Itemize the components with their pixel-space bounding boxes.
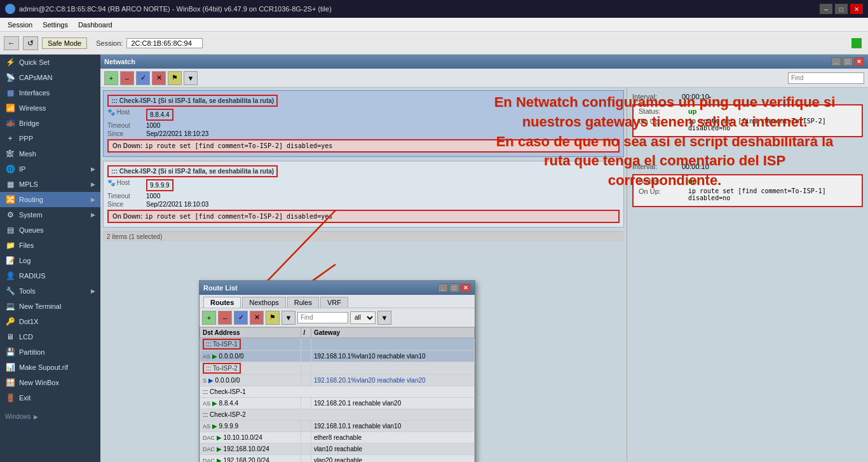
safe-mode-button[interactable]: Safe Mode (42, 37, 87, 49)
sidebar-item-routing[interactable]: 🔀 Routing ▶ (0, 192, 100, 207)
netwatch-close-button[interactable]: ✕ (854, 57, 864, 66)
tab-rules[interactable]: Rules (287, 297, 319, 308)
sidebar-item-radius[interactable]: 👤 RADIUS (0, 268, 100, 283)
sidebar-item-new-terminal[interactable]: 💻 New Terminal (0, 299, 100, 314)
route-close-button[interactable]: ✕ (461, 283, 471, 292)
close-button[interactable]: ✕ (850, 4, 863, 14)
sidebar-item-tools[interactable]: 🔧 Tools ▶ (0, 283, 100, 299)
table-row[interactable]: DAC ▶ 192.168.10.0/24 vlan10 reachable (200, 444, 475, 455)
isp1-ondown-label: On Down: (112, 142, 142, 149)
table-row[interactable]: DAC ▶ 192.168.20.0/24 vlan20 reachable (200, 455, 475, 463)
sidebar-item-system[interactable]: ⚙ System ▶ (0, 207, 100, 222)
sidebar-item-interfaces[interactable]: ▦ Interfaces (0, 85, 100, 100)
sidebar-item-make-supout[interactable]: 📊 Make Supout.rif (0, 360, 100, 375)
windows-section: Windows ▶ (0, 411, 100, 423)
sidebar-item-bridge[interactable]: 🌉 Bridge (0, 116, 100, 131)
route-dst: ::: Check-ISP-1 (200, 386, 475, 398)
route-sort (301, 362, 311, 375)
netwatch-flag-button[interactable]: ⚑ (168, 71, 182, 85)
sidebar-item-ppp[interactable]: + PPP (0, 131, 100, 146)
route-minimize-button[interactable]: _ (438, 283, 448, 292)
route-sort (301, 375, 311, 386)
menu-session[interactable]: Session (3, 20, 37, 30)
netwatch-filter-button[interactable]: ▼ (184, 71, 198, 85)
table-row[interactable]: ::: Check-ISP-1 (200, 386, 475, 398)
isp2-timeout-label: Timeout (107, 193, 142, 200)
route-table-scroll[interactable]: Dst Address / Gateway ::: To-ISP-1 (200, 327, 475, 462)
menu-dashboard[interactable]: Dashboard (73, 20, 118, 30)
route-find-input[interactable] (297, 312, 348, 323)
route-gateway: ether8 reachable (311, 432, 474, 444)
route-cross-button[interactable]: ✕ (250, 311, 264, 325)
annotation-overlay: En Netwatch configuramos un ping que ver… (474, 93, 855, 191)
sidebar-item-ip[interactable]: 🌐 IP ▶ (0, 161, 100, 177)
title-bar: admin@2C:C8:1B:65:8C:94 (RB ARCO NORTE) … (0, 0, 868, 18)
sidebar-item-wireless[interactable]: 📶 Wireless (0, 100, 100, 116)
windows-arrow: ▶ (34, 414, 38, 420)
sidebar-item-dot1x[interactable]: 🔑 Dot1X (0, 314, 100, 329)
tab-vrf[interactable]: VRF (320, 297, 348, 308)
route-title: Route List (203, 284, 437, 292)
netwatch-find-input[interactable] (788, 72, 864, 84)
sidebar-item-queues[interactable]: ▤ Queues (0, 222, 100, 238)
table-row[interactable]: ::: To-ISP-1 (200, 338, 475, 351)
route-filter-select[interactable]: all (350, 311, 376, 324)
sidebar-item-capsman[interactable]: 📡 CAPsMAN (0, 70, 100, 85)
back-button[interactable]: ← (4, 36, 19, 50)
sidebar-item-files[interactable]: 📁 Files (0, 238, 100, 253)
table-row[interactable]: AS ▶ 8.8.4.4 192.168.20.1 reachable vlan… (200, 398, 475, 409)
sidebar-item-log[interactable]: 📝 Log (0, 253, 100, 268)
table-row[interactable]: DAC ▶ 10.10.10.0/24 ether8 reachable (200, 432, 475, 444)
tab-routes[interactable]: Routes (203, 297, 241, 308)
route-remove-button[interactable]: – (218, 311, 232, 325)
route-gateway (311, 362, 474, 375)
route-gateway: vlan20 reachable (311, 455, 474, 463)
minimize-button[interactable]: – (820, 4, 832, 14)
sidebar-item-lcd[interactable]: 🖥 LCD (0, 329, 100, 344)
netwatch-check-button[interactable]: ✓ (136, 71, 150, 85)
sidebar-item-mesh[interactable]: 🕸 Mesh (0, 146, 100, 161)
mesh-icon: 🕸 (5, 149, 15, 159)
sidebar-item-exit[interactable]: 🚪 Exit (0, 390, 100, 405)
sidebar-item-quick-set[interactable]: ⚡ Quick Set (0, 55, 100, 70)
tab-nexthops[interactable]: Nexthops (242, 297, 285, 308)
menu-settings[interactable]: Settings (37, 20, 73, 30)
netwatch-add-button[interactable]: + (104, 71, 118, 85)
queues-icon: ▤ (5, 225, 15, 235)
mpls-icon: ▦ (5, 179, 15, 189)
route-dropdown-button[interactable]: ▼ (377, 311, 391, 325)
col-sort[interactable]: / (301, 328, 311, 338)
netwatch-remove-button[interactable]: – (120, 71, 134, 85)
route-dst: ::: To-ISP-2 (200, 362, 301, 375)
netwatch-cross-button[interactable]: ✕ (152, 71, 166, 85)
table-row[interactable]: AS ▶ 9.9.9.9 192.168.10.1 reachable vlan… (200, 421, 475, 432)
maximize-button[interactable]: □ (835, 4, 848, 14)
route-table: Dst Address / Gateway ::: To-ISP-1 (200, 327, 475, 462)
sidebar-item-mpls[interactable]: ▦ MPLS ▶ (0, 177, 100, 192)
isp2-timeout-value: 1000 (146, 193, 160, 200)
route-dst: DAC ▶ 192.168.20.0/24 (200, 455, 301, 463)
netwatch-maximize-button[interactable]: □ (843, 57, 853, 66)
isp1-ondown-value: ip route set [find comment=To-ISP-2] dis… (145, 142, 332, 149)
col-gateway[interactable]: Gateway (311, 328, 474, 338)
table-row[interactable]: ::: Check-ISP-2 (200, 409, 475, 421)
table-row[interactable]: S ▶ 0.0.0.0/0 192.168.20.1%vlan20 reacha… (200, 375, 475, 386)
route-filter-button[interactable]: ▼ (281, 311, 295, 325)
refresh-button[interactable]: ↺ (23, 36, 38, 50)
sidebar-item-new-winbox[interactable]: 🪟 New WinBox (0, 375, 100, 390)
route-add-button[interactable]: + (202, 311, 216, 325)
col-dst-address[interactable]: Dst Address (200, 328, 301, 338)
new-winbox-icon: 🪟 (5, 377, 15, 388)
netwatch-minimize-button[interactable]: _ (831, 57, 841, 66)
route-flag-button[interactable]: ⚑ (266, 311, 280, 325)
sidebar-item-partition[interactable]: 💾 Partition (0, 344, 100, 360)
route-maximize-button[interactable]: □ (449, 283, 459, 292)
quick-set-icon: ⚡ (5, 57, 15, 67)
table-row[interactable]: AS ▶ 0.0.0.0/0 192.168.10.1%vlan10 reach… (200, 351, 475, 362)
files-icon: 📁 (5, 240, 15, 250)
main-toolbar: ← ↺ Safe Mode Session: 2C:C8:1B:65:8C:94 (0, 32, 868, 55)
route-check-button[interactable]: ✓ (234, 311, 248, 325)
table-row[interactable]: ::: To-ISP-2 (200, 362, 475, 375)
tools-icon: 🔧 (5, 286, 15, 296)
annotation-text: En Netwatch configuramos un ping que ver… (474, 93, 855, 191)
